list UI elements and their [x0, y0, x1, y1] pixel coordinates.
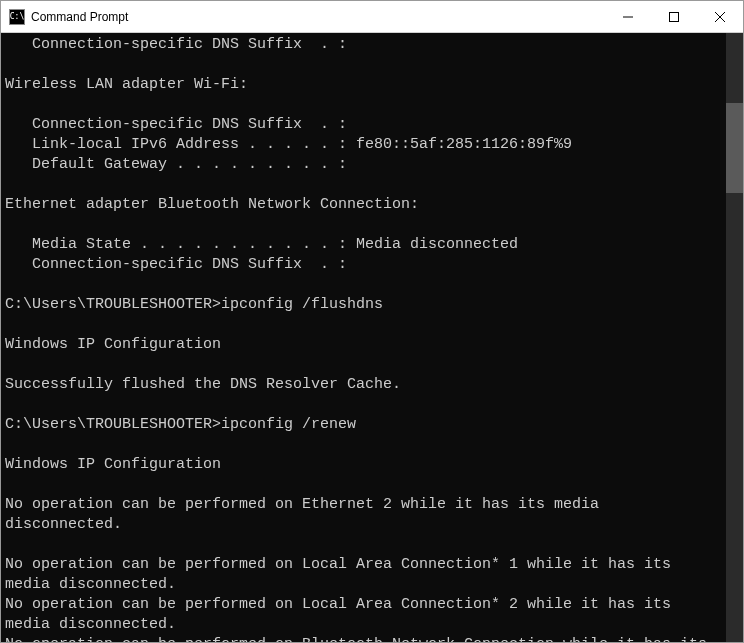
titlebar: C:\ Command Prompt	[1, 1, 743, 33]
minimize-button[interactable]	[605, 1, 651, 32]
maximize-icon	[669, 12, 679, 22]
close-button[interactable]	[697, 1, 743, 32]
close-icon	[715, 12, 725, 22]
window-controls	[605, 1, 743, 32]
terminal-output[interactable]: Connection-specific DNS Suffix . : Wirel…	[1, 33, 726, 642]
cmd-icon: C:\	[9, 9, 25, 25]
terminal-area: Connection-specific DNS Suffix . : Wirel…	[1, 33, 743, 642]
window-title: Command Prompt	[31, 10, 605, 24]
maximize-button[interactable]	[651, 1, 697, 32]
minimize-icon	[623, 12, 633, 22]
svg-rect-1	[670, 12, 679, 21]
scrollbar-track[interactable]	[726, 33, 743, 642]
scrollbar-thumb[interactable]	[726, 103, 743, 193]
